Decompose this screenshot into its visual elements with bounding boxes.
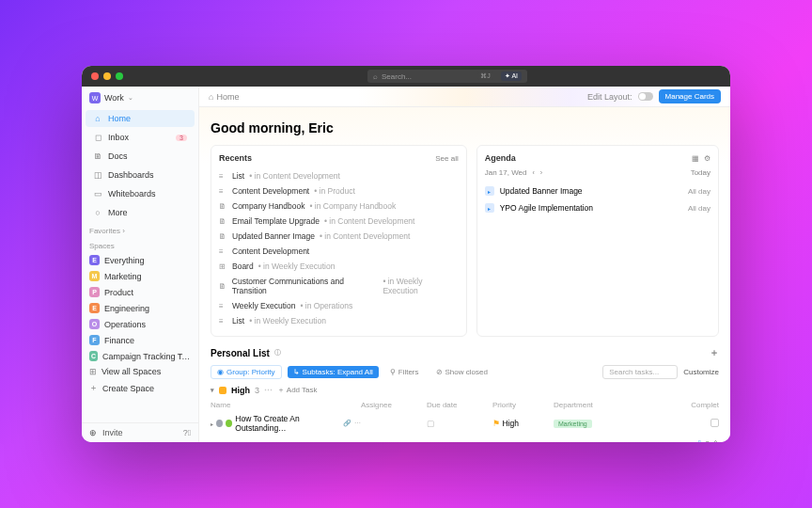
space-engineering[interactable]: EEngineering — [82, 300, 198, 316]
item-type-icon: 🗎 — [219, 282, 227, 291]
favorites-label[interactable]: Favorites › — [82, 222, 198, 237]
inbox-icon: ◻ — [93, 133, 102, 142]
group-pill[interactable]: ◉ Group: Priority — [211, 365, 282, 379]
due-date-cell[interactable]: ▢ — [427, 419, 492, 428]
ai-button[interactable]: ✦ AI — [501, 71, 522, 81]
invite-icon: ⊕ — [89, 428, 97, 437]
recent-item[interactable]: ⊞Board • in Weekly Execution — [219, 259, 459, 274]
inbox-count: 3 — [176, 135, 187, 141]
table-header: Name Assignee Due date Priority Departme… — [211, 399, 719, 411]
flag-icon: ⚑ — [492, 419, 500, 428]
nav-inbox[interactable]: ◻Inbox3 — [86, 129, 195, 146]
item-type-icon: ≡ — [219, 172, 227, 181]
topbar: ⌂ Home Edit Layout: Manage Cards — [199, 87, 730, 107]
breadcrumb-home[interactable]: Home — [216, 92, 239, 102]
recent-item[interactable]: ≡List • in Weekly Execution — [219, 313, 459, 328]
status-icon[interactable] — [216, 420, 223, 427]
recent-item[interactable]: 🗎Customer Communications and Transition … — [219, 274, 459, 298]
task-count: 3 — [255, 386, 259, 395]
doc-icon: 🗎 — [93, 151, 102, 161]
priority-color — [219, 387, 226, 394]
agenda-title: Agenda — [485, 153, 516, 163]
global-search[interactable]: ⌕ Search... ⌘J ✦ AI — [367, 70, 527, 83]
view-all-spaces[interactable]: ⊞View all Spaces — [82, 364, 198, 379]
search-icon: ⌕ — [373, 72, 378, 81]
space-campaign[interactable]: CCampaign Tracking Template — [82, 348, 198, 364]
workspace-selector[interactable]: W Work ⌄ — [82, 87, 198, 109]
more-icon: ○ — [93, 208, 102, 217]
space-everything[interactable]: EEverything — [82, 252, 198, 268]
complete-checkbox[interactable] — [710, 419, 719, 427]
recent-item[interactable]: ≡Content Development • in Product — [219, 183, 459, 198]
item-type-icon: 🗎 — [219, 202, 227, 211]
event-icon: ▸ — [485, 203, 494, 213]
spaces-label: Spaces — [82, 237, 198, 252]
nav-docs[interactable]: 🗎Docs — [86, 148, 195, 165]
agenda-item[interactable]: ▸Updated Banner ImageAll day — [485, 183, 710, 199]
event-icon: ▸ — [485, 186, 494, 196]
recent-item[interactable]: ≡Content Development — [219, 244, 459, 259]
space-product[interactable]: PProduct — [82, 284, 198, 300]
item-type-icon: ≡ — [219, 317, 227, 325]
help-icon[interactable]: ?⃝ — [183, 428, 191, 437]
subtasks-pill[interactable]: ↳ Subtasks: Expand All — [288, 366, 379, 378]
recent-item[interactable]: 🗎Company Handbook • in Company Handbook — [219, 198, 459, 214]
space-marketing[interactable]: MMarketing — [82, 268, 198, 284]
edit-layout-label: Edit Layout: — [587, 92, 632, 102]
nav-more[interactable]: ○More — [86, 204, 195, 221]
recents-title: Recents — [219, 153, 252, 163]
add-card-button[interactable]: ＋ — [710, 346, 719, 359]
prev-day[interactable]: ‹ — [532, 169, 534, 176]
see-all-link[interactable]: See all — [435, 154, 458, 163]
department-chip[interactable]: Marketing — [554, 420, 592, 428]
search-shortcut: ⌘J — [477, 72, 493, 80]
agenda-item[interactable]: ▸YPO Agile ImplementationAll day — [485, 199, 710, 216]
greeting: Good morning, Eric — [211, 120, 719, 135]
agenda-card: Agenda▦⚙ Jan 17, Wed ‹ › Today ▸Updated … — [476, 145, 719, 337]
home-icon: ⌂ — [93, 114, 102, 123]
minimize-icon[interactable] — [103, 72, 111, 80]
item-type-icon: 🗎 — [219, 232, 227, 241]
recent-item[interactable]: 🗎Email Template Upgrade • in Content Dev… — [219, 214, 459, 229]
item-type-icon: ≡ — [219, 302, 227, 310]
customize-button[interactable]: Customize — [683, 368, 719, 376]
item-type-icon: ⊞ — [219, 262, 227, 271]
manage-cards-button[interactable]: Manage Cards — [659, 89, 721, 103]
info-icon[interactable]: ⓘ — [274, 348, 281, 357]
edit-layout-toggle[interactable] — [638, 92, 653, 101]
priority-cell[interactable]: ⚑ High — [492, 419, 554, 428]
nav-dashboards[interactable]: ◫Dashboards — [86, 167, 195, 183]
close-icon[interactable] — [91, 72, 99, 80]
filters-button[interactable]: ⚲ Filters — [384, 366, 425, 378]
item-type-icon: 🗎 — [219, 217, 227, 226]
home-breadcrumb-icon: ⌂ — [209, 92, 213, 102]
footer-status[interactable]: ⇩3⌃ — [211, 439, 719, 442]
create-space[interactable]: ＋Create Space — [82, 379, 198, 397]
task-search[interactable]: Search tasks... — [602, 365, 678, 379]
app-window: ⌕ Search... ⌘J ✦ AI ⊕ New ⠿ W Work ⌄ ⌂Ho… — [82, 66, 730, 442]
space-finance[interactable]: FFinance — [82, 332, 198, 348]
today-link[interactable]: Today — [691, 168, 710, 177]
recent-item[interactable]: ≡Weekly Execution • in Operations — [219, 298, 459, 313]
space-operations[interactable]: OOperations — [82, 316, 198, 332]
add-task-button[interactable]: ＋ Add Task — [277, 385, 318, 395]
subtask-status-icon — [226, 420, 232, 427]
recents-card: RecentsSee all ≡List • in Content Develo… — [211, 145, 467, 337]
invite-button[interactable]: Invite — [102, 428, 123, 437]
gear-icon[interactable]: ⚙ — [704, 154, 710, 163]
nav-home[interactable]: ⌂Home — [86, 110, 195, 127]
task-row[interactable]: ▸ How To Create An Outstanding… 🔗 ⋯ ▢ ⚑ … — [211, 411, 719, 436]
item-type-icon: ≡ — [219, 247, 227, 256]
priority-group-high[interactable]: ▾ High 3 ⋯ ＋ Add Task — [211, 385, 719, 395]
task-link-icon[interactable]: 🔗 — [343, 420, 351, 427]
personal-list-header: Personal List ⓘ ＋ — [211, 346, 719, 359]
show-closed-button[interactable]: ⊘ Show closed — [430, 366, 493, 378]
chevron-down-icon: ⌄ — [128, 94, 133, 102]
nav-whiteboards[interactable]: ▭Whiteboards — [86, 185, 195, 202]
maximize-icon[interactable] — [116, 72, 123, 80]
recent-item[interactable]: ≡List • in Content Development — [219, 168, 459, 183]
calendar-icon[interactable]: ▦ — [692, 154, 699, 163]
recent-item[interactable]: 🗎Updated Banner Image • in Content Devel… — [219, 229, 459, 244]
next-day[interactable]: › — [540, 169, 542, 176]
dashboard-icon: ◫ — [93, 170, 102, 180]
